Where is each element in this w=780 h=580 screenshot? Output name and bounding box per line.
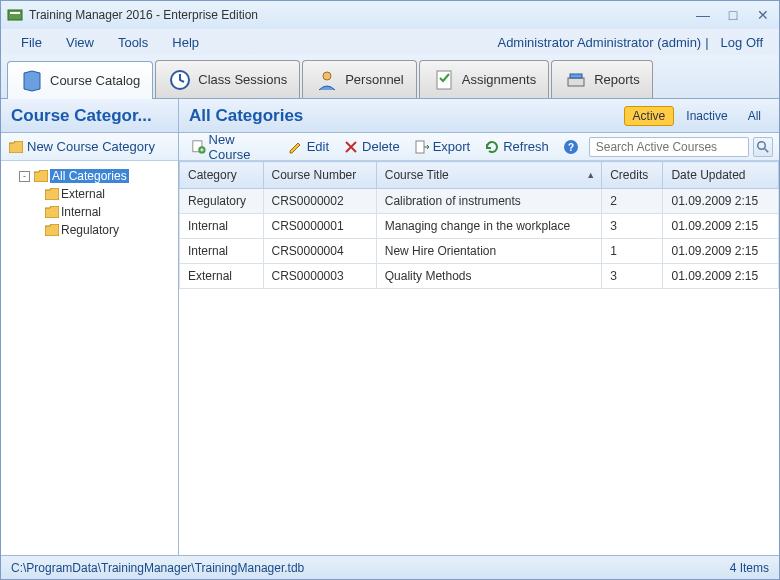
left-pane: Course Categor... New Course Category - … (1, 99, 179, 555)
svg-rect-9 (416, 141, 424, 153)
svg-point-3 (323, 72, 331, 80)
tab-course-catalog[interactable]: Course Catalog (7, 61, 153, 99)
titlebar: Training Manager 2016 - Enterprise Editi… (1, 1, 779, 29)
category-tree: - All Categories External Internal Regul… (1, 161, 178, 555)
tabbar: Course Catalog Class Sessions Personnel … (1, 55, 779, 99)
search-input[interactable] (589, 137, 749, 157)
svg-rect-0 (8, 10, 22, 20)
col-course-title[interactable]: Course Title▲ (376, 162, 601, 189)
edit-button[interactable]: Edit (282, 137, 335, 157)
table-row[interactable]: Regulatory CRS0000002 Calibration of ins… (180, 189, 779, 214)
table-row[interactable]: Internal CRS0000001 Managing change in t… (180, 214, 779, 239)
tree-item-internal[interactable]: Internal (5, 203, 174, 221)
reports-icon (564, 68, 588, 92)
window-title: Training Manager 2016 - Enterprise Editi… (29, 8, 693, 22)
right-pane-heading-bar: All Categories Active Inactive All (179, 99, 779, 133)
edit-icon (288, 139, 304, 155)
delete-button[interactable]: Delete (337, 137, 406, 157)
tab-label: Reports (594, 72, 640, 87)
menu-help[interactable]: Help (160, 32, 211, 53)
export-button[interactable]: Export (408, 137, 477, 157)
sessions-icon (168, 68, 192, 92)
table-row[interactable]: Internal CRS0000004 New Hire Orientation… (180, 239, 779, 264)
delete-icon (343, 139, 359, 155)
current-user-label: Administrator Administrator (admin) (497, 35, 701, 50)
col-category[interactable]: Category (180, 162, 264, 189)
col-date-updated[interactable]: Date Updated (663, 162, 779, 189)
filter-all[interactable]: All (740, 107, 769, 125)
right-pane: All Categories Active Inactive All New C… (179, 99, 779, 555)
folder-icon (45, 206, 59, 218)
refresh-button[interactable]: Refresh (478, 137, 555, 157)
status-path: C:\ProgramData\TrainingManager\TrainingM… (11, 561, 304, 575)
toolbar: New Course Edit Delete Export Refresh ? (179, 133, 779, 161)
tab-assignments[interactable]: Assignments (419, 60, 549, 98)
tree-item-label: External (61, 187, 105, 201)
assignments-icon (432, 68, 456, 92)
left-pane-heading: Course Categor... (1, 99, 178, 133)
sort-asc-icon: ▲ (586, 170, 595, 180)
tab-label: Course Catalog (50, 73, 140, 88)
folder-icon (45, 188, 59, 200)
tree-root[interactable]: - All Categories (5, 167, 174, 185)
right-pane-heading: All Categories (189, 106, 303, 126)
help-icon: ? (563, 139, 579, 155)
course-grid: Category Course Number Course Title▲ Cre… (179, 161, 779, 555)
export-icon (414, 139, 430, 155)
svg-rect-6 (570, 74, 582, 78)
menu-tools[interactable]: Tools (106, 32, 160, 53)
search-icon (757, 141, 769, 153)
folder-open-icon (34, 170, 48, 182)
svg-rect-5 (568, 78, 584, 86)
minimize-button[interactable]: — (693, 7, 713, 23)
tree-root-label: All Categories (50, 169, 129, 183)
tree-item-label: Regulatory (61, 223, 119, 237)
logoff-link[interactable]: Log Off (713, 35, 771, 50)
menu-file[interactable]: File (9, 32, 54, 53)
tab-reports[interactable]: Reports (551, 60, 653, 98)
maximize-button[interactable]: □ (723, 7, 743, 23)
personnel-icon (315, 68, 339, 92)
statusbar: C:\ProgramData\TrainingManager\TrainingM… (1, 555, 779, 579)
new-category-label: New Course Category (27, 139, 155, 154)
filter-inactive[interactable]: Inactive (678, 107, 735, 125)
help-button[interactable]: ? (557, 137, 585, 157)
new-course-button[interactable]: New Course (185, 130, 280, 164)
menu-view[interactable]: View (54, 32, 106, 53)
tab-class-sessions[interactable]: Class Sessions (155, 60, 300, 98)
new-icon (191, 139, 206, 155)
svg-text:?: ? (568, 142, 574, 153)
status-count: 4 Items (730, 561, 769, 575)
tree-item-external[interactable]: External (5, 185, 174, 203)
search-button[interactable] (753, 137, 773, 157)
tab-personnel[interactable]: Personnel (302, 60, 417, 98)
folder-icon (45, 224, 59, 236)
table-row[interactable]: External CRS0000003 Quality Methods 3 01… (180, 264, 779, 289)
refresh-icon (484, 139, 500, 155)
svg-point-12 (758, 141, 766, 149)
col-credits[interactable]: Credits (602, 162, 663, 189)
tree-item-regulatory[interactable]: Regulatory (5, 221, 174, 239)
tab-label: Assignments (462, 72, 536, 87)
app-icon (7, 7, 23, 23)
collapse-icon[interactable]: - (19, 171, 30, 182)
svg-rect-1 (10, 12, 20, 14)
new-category-button[interactable]: New Course Category (1, 133, 178, 161)
col-course-number[interactable]: Course Number (263, 162, 376, 189)
close-button[interactable]: ✕ (753, 7, 773, 23)
filter-active[interactable]: Active (624, 106, 675, 126)
tab-label: Personnel (345, 72, 404, 87)
folder-icon (9, 141, 23, 153)
tab-label: Class Sessions (198, 72, 287, 87)
tree-item-label: Internal (61, 205, 101, 219)
menubar: File View Tools Help Administrator Admin… (1, 29, 779, 55)
catalog-icon (20, 69, 44, 93)
